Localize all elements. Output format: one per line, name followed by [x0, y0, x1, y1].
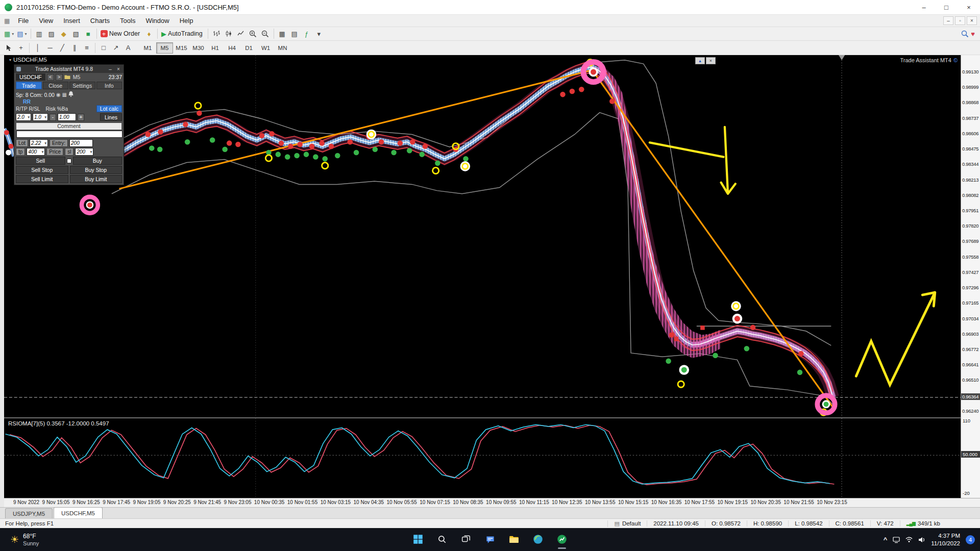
price-scale[interactable]: 0.991300.989990.988680.987370.986060.984… — [961, 55, 980, 498]
new-chart-button[interactable]: ▦▾ — [3, 28, 15, 40]
taskbar-clock[interactable]: 4:37 PM 11/10/2022 — [931, 532, 960, 547]
sell-stop-button[interactable]: Sell Stop — [16, 166, 68, 174]
risk-minus-button[interactable]: - — [50, 114, 56, 121]
time-axis[interactable]: 9 Nov 20229 Nov 15:059 Nov 16:259 Nov 17… — [4, 498, 980, 507]
new-order-button[interactable]: +New Order — [99, 28, 143, 40]
menu-item[interactable]: Help — [175, 15, 199, 27]
trade-panel-minimize-icon[interactable]: – — [107, 66, 113, 72]
mt4-app-button[interactable] — [552, 529, 572, 549]
order-checkbox[interactable] — [67, 159, 71, 163]
chart-close-icon[interactable]: × — [706, 57, 716, 64]
trade-panel-timeframe[interactable]: M5 — [73, 74, 81, 80]
close-icon[interactable]: × — [958, 0, 980, 14]
trade-panel-close-icon[interactable]: × — [115, 66, 121, 72]
favorites-icon[interactable]: ♥ — [971, 30, 975, 38]
data-window-button[interactable]: ▨ — [45, 28, 58, 40]
line-chart-mode-button[interactable] — [235, 28, 247, 40]
strategy-tester-button[interactable]: ■ — [82, 28, 94, 40]
timeframe-button[interactable]: M30 — [190, 42, 207, 54]
channel-button[interactable]: ∥ — [68, 42, 81, 54]
menu-item[interactable]: Insert — [58, 15, 85, 27]
templates-button[interactable]: ▾ — [313, 28, 325, 40]
chat-button[interactable] — [480, 529, 500, 549]
menu-item[interactable]: View — [34, 15, 58, 27]
profiles-button[interactable]: ▤▾ — [15, 28, 28, 40]
maximize-icon[interactable]: □ — [935, 0, 958, 14]
price-chart-window[interactable]: ▾ USDCHF,M5 ▴ × Trade Assistant MT4 © Tr… — [4, 55, 961, 417]
lot-input[interactable]: 2.22▾ — [30, 139, 48, 147]
bar-chart-mode-button[interactable] — [210, 28, 223, 40]
chart-tab[interactable]: USDJPY,M5 — [5, 508, 53, 518]
tile-windows-button[interactable]: ▦ — [276, 28, 288, 40]
chevron-down-icon[interactable]: ▾ — [42, 150, 44, 154]
child-close-icon[interactable]: × — [967, 16, 977, 25]
search-icon[interactable] — [961, 30, 969, 38]
eye-icon[interactable]: ◉ — [56, 92, 61, 97]
navigator-button[interactable]: ◆ — [58, 28, 70, 40]
trade-panel-tab[interactable]: Close — [43, 82, 69, 89]
price-chart-canvas[interactable] — [4, 55, 961, 417]
chart-shift-marker[interactable] — [839, 55, 845, 60]
minimize-icon[interactable]: – — [913, 0, 935, 14]
vertical-line-button[interactable]: │ — [32, 42, 44, 54]
timeframe-button[interactable]: M5 — [156, 42, 173, 54]
edge-browser-button[interactable] — [528, 529, 548, 549]
start-button[interactable] — [408, 529, 428, 549]
volume-icon[interactable] — [918, 537, 925, 543]
chevron-down-icon[interactable]: ▾ — [28, 115, 30, 119]
chevron-down-icon[interactable]: ▾ — [90, 150, 92, 154]
trade-panel-titlebar[interactable]: Trade Assistant MT4 9.8 – × — [14, 65, 124, 73]
trade-panel-tab[interactable]: Trade — [16, 82, 42, 89]
indicators-button[interactable]: ƒ — [301, 28, 313, 40]
rr-toggle[interactable]: RR — [23, 98, 31, 105]
chart-tab[interactable]: USDCHF,M5 — [54, 507, 103, 518]
crosshair-button[interactable]: + — [15, 42, 27, 54]
cursor-button[interactable] — [3, 42, 15, 54]
timeframe-button[interactable]: MN — [274, 42, 291, 54]
buy-button[interactable]: Buy — [73, 157, 122, 165]
terminal-button[interactable]: ▧ — [70, 28, 82, 40]
indicator-canvas[interactable] — [4, 418, 961, 498]
entry-input[interactable]: 200 — [69, 139, 93, 147]
horizontal-line-button[interactable]: ─ — [44, 42, 56, 54]
sell-button[interactable]: Sell — [16, 157, 65, 165]
zoom-out-button[interactable] — [259, 28, 272, 40]
calendar-icon[interactable]: ▦ — [62, 92, 67, 97]
menu-item[interactable]: Charts — [85, 15, 115, 27]
risk-input[interactable]: 1.00 — [58, 113, 76, 121]
chart-restore-icon[interactable]: ▴ — [695, 57, 705, 64]
chart-window-icon[interactable]: ▦ — [4, 17, 10, 24]
bell-icon[interactable] — [68, 91, 74, 98]
trade-panel-tab[interactable]: Settings — [69, 82, 95, 89]
file-explorer-button[interactable] — [504, 529, 524, 549]
comment-input[interactable] — [16, 131, 122, 138]
chevron-down-icon[interactable]: ▾ — [44, 115, 46, 119]
menu-item[interactable]: File — [13, 15, 34, 27]
weather-widget[interactable]: ☀ 68°F Sunny — [6, 528, 43, 551]
timeframe-button[interactable]: H4 — [224, 42, 240, 54]
child-minimize-icon[interactable]: – — [943, 16, 953, 25]
timeframe-button[interactable]: D1 — [240, 42, 257, 54]
timeframe-button[interactable]: M1 — [139, 42, 156, 54]
cascade-windows-button[interactable]: ▤ — [288, 28, 301, 40]
folder-icon[interactable] — [64, 74, 70, 80]
price-label[interactable]: Price — [46, 148, 63, 156]
wifi-icon[interactable] — [905, 537, 913, 543]
rtp-input[interactable]: 2.0▾ — [16, 113, 31, 121]
rsl-input[interactable]: 1.0▾ — [33, 113, 48, 121]
risk-plus-button[interactable]: + — [78, 114, 84, 121]
taskbar-search-button[interactable] — [432, 529, 452, 549]
timeframe-button[interactable]: W1 — [257, 42, 274, 54]
tp-input[interactable]: 400▾ — [27, 148, 45, 156]
trade-panel-tab[interactable]: Info — [96, 82, 122, 89]
shapes-button[interactable]: □ — [97, 42, 110, 54]
hidden-icons-chevron[interactable]: ^ — [884, 536, 888, 543]
trendline-button[interactable]: ╱ — [56, 42, 68, 54]
sl-input[interactable]: 200▾ — [75, 148, 93, 156]
buy-limit-button[interactable]: Buy Limit — [70, 175, 122, 183]
metaeditor-button[interactable]: ♦ — [143, 28, 155, 40]
notification-badge[interactable]: 4 — [966, 535, 975, 544]
chevron-down-icon[interactable]: ▾ — [44, 141, 46, 145]
lot-calc-button[interactable]: Lot calc — [96, 105, 122, 112]
text-label-button[interactable]: A — [122, 42, 134, 54]
